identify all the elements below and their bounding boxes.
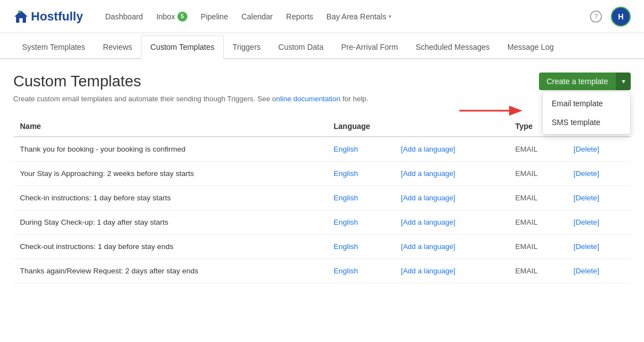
table-row: Check-out instructions: 1 day before sta… xyxy=(13,235,631,259)
header: Hostfully Dashboard Inbox 5 Pipeline Cal… xyxy=(0,0,644,33)
row-3-name[interactable]: Check-in instructions: 1 day before stay… xyxy=(13,186,327,210)
create-btn-group: Create a template ▾ xyxy=(539,72,631,90)
tab-system-templates[interactable]: System Templates xyxy=(13,36,94,58)
row-1-add-lang[interactable]: [Add a language] xyxy=(401,145,455,153)
table-row: Thank you for booking - your booking is … xyxy=(13,137,631,162)
table-row: Check-in instructions: 1 day before stay… xyxy=(13,186,631,210)
email-template-option[interactable]: Email template xyxy=(543,94,630,113)
nav-inbox[interactable]: Inbox 5 xyxy=(156,12,187,22)
tab-reviews[interactable]: Reviews xyxy=(94,36,141,58)
main-nav: Dashboard Inbox 5 Pipeline Calendar Repo… xyxy=(105,12,590,22)
create-template-dropdown: Email template SMS template xyxy=(542,91,631,134)
online-doc-link[interactable]: nline documentation xyxy=(276,95,341,103)
row-5-add-lang[interactable]: [Add a language] xyxy=(401,242,455,251)
row-4-add-lang[interactable]: [Add a language] xyxy=(401,218,455,226)
avatar[interactable]: H xyxy=(611,7,631,27)
table-row: Thanks again/Review Request: 2 days afte… xyxy=(13,259,631,283)
tab-scheduled-messages[interactable]: Scheduled Messages xyxy=(407,36,499,58)
row-3-add-lang[interactable]: [Add a language] xyxy=(401,194,455,202)
row-4-type: EMAIL xyxy=(509,210,567,235)
nav-bay-rentals[interactable]: Bay Area Rentals ▾ xyxy=(327,12,391,21)
row-3-lang[interactable]: English xyxy=(327,186,389,210)
tab-pre-arrival-form[interactable]: Pre-Arrival Form xyxy=(332,36,407,58)
row-3-delete[interactable]: [Delete] xyxy=(574,194,600,202)
col-name: Name xyxy=(13,116,327,137)
sms-template-option[interactable]: SMS template xyxy=(543,113,630,132)
logo-icon xyxy=(13,9,29,24)
nav-right: ? H xyxy=(590,7,631,27)
bay-rentals-caret: ▾ xyxy=(389,13,391,19)
tab-custom-templates[interactable]: Custom Templates xyxy=(141,35,224,59)
nav-dashboard[interactable]: Dashboard xyxy=(105,12,143,21)
row-6-lang[interactable]: English xyxy=(327,259,389,283)
row-6-name[interactable]: Thanks again/Review Request: 2 days afte… xyxy=(13,259,327,283)
create-template-caret[interactable]: ▾ xyxy=(616,72,631,90)
row-5-delete[interactable]: [Delete] xyxy=(574,242,600,251)
row-6-type: EMAIL xyxy=(509,259,567,283)
row-5-name[interactable]: Check-out instructions: 1 day before sta… xyxy=(13,235,327,259)
logo: Hostfully xyxy=(13,9,83,24)
row-1-name[interactable]: Thank you for booking - your booking is … xyxy=(13,137,327,162)
table-row: Your Stay is Approaching: 2 weeks before… xyxy=(13,162,631,186)
row-2-add-lang[interactable]: [Add a language] xyxy=(401,169,455,178)
nav-pipeline[interactable]: Pipeline xyxy=(201,12,228,21)
row-4-delete[interactable]: [Delete] xyxy=(574,218,600,226)
page-header: Custom Templates Create a template ▾ Ema… xyxy=(13,72,631,90)
row-6-delete[interactable]: [Delete] xyxy=(574,267,600,275)
table-body: Thank you for booking - your booking is … xyxy=(13,137,631,283)
svg-rect-1 xyxy=(18,11,21,13)
row-1-delete[interactable]: [Delete] xyxy=(574,145,600,153)
tab-triggers[interactable]: Triggers xyxy=(224,36,270,58)
col-language: Language xyxy=(327,116,509,137)
row-2-type: EMAIL xyxy=(509,162,567,186)
row-2-lang[interactable]: English xyxy=(327,162,389,186)
row-4-name[interactable]: During Stay Check-up: 1 day after stay s… xyxy=(13,210,327,235)
nav-calendar[interactable]: Calendar xyxy=(242,12,273,21)
main-content: Custom Templates Create a template ▾ Ema… xyxy=(0,59,644,283)
help-icon[interactable]: ? xyxy=(590,11,602,23)
row-1-type: EMAIL xyxy=(509,137,567,162)
row-6-add-lang[interactable]: [Add a language] xyxy=(401,267,455,275)
tab-message-log[interactable]: Message Log xyxy=(499,36,563,58)
table-row: During Stay Check-up: 1 day after stay s… xyxy=(13,210,631,235)
templates-table: Name Language Type Action Thank you for … xyxy=(13,116,631,283)
tab-custom-data[interactable]: Custom Data xyxy=(270,36,333,58)
row-4-lang[interactable]: English xyxy=(327,210,389,235)
page-description: Create custom email templates and automa… xyxy=(13,95,631,103)
row-5-type: EMAIL xyxy=(509,235,567,259)
create-template-area: Create a template ▾ Email template SMS t… xyxy=(539,72,631,90)
row-3-type: EMAIL xyxy=(509,186,567,210)
row-2-delete[interactable]: [Delete] xyxy=(574,169,600,178)
table-header: Name Language Type Action xyxy=(13,116,631,137)
create-template-button[interactable]: Create a template xyxy=(539,72,616,90)
nav-reports[interactable]: Reports xyxy=(286,12,313,21)
row-5-lang[interactable]: English xyxy=(327,235,389,259)
page-title: Custom Templates xyxy=(13,72,141,90)
logo-text: Hostfully xyxy=(31,9,83,24)
inbox-badge: 5 xyxy=(177,12,187,22)
row-1-lang[interactable]: English xyxy=(327,137,389,162)
tabs: System Templates Reviews Custom Template… xyxy=(0,35,644,59)
table-wrapper: Name Language Type Action Thank you for … xyxy=(13,116,631,283)
row-2-name[interactable]: Your Stay is Approaching: 2 weeks before… xyxy=(13,162,327,186)
